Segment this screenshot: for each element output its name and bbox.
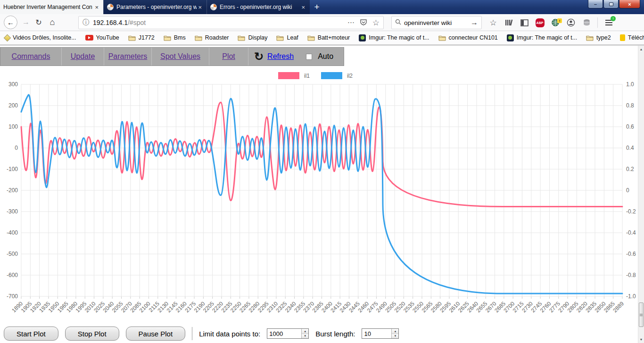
limit-spinner[interactable]: ▲▼	[301, 329, 308, 338]
chart-canvas: 1890190519201935195019651980199520102025…	[0, 69, 637, 324]
scroll-down-icon[interactable]: ▼	[638, 336, 644, 343]
g-yellow-icon	[620, 34, 625, 41]
search-bar[interactable]: →	[391, 16, 482, 29]
menu-cell: Parameters	[104, 48, 152, 65]
bookmark-item[interactable]: type2	[586, 34, 611, 41]
bookmark-label: Imgur: The magic of t...	[517, 34, 577, 41]
bookmark-item[interactable]: Leaf	[276, 34, 298, 41]
account-icon[interactable]	[566, 18, 576, 27]
svg-text:0.2: 0.2	[626, 166, 634, 172]
stop-plot-button[interactable]: Stop Plot	[65, 327, 119, 341]
burst-input[interactable]	[362, 329, 391, 338]
bookmark-item[interactable]: YouTube	[85, 34, 119, 41]
menu-link-parameters[interactable]: Parameters	[108, 52, 148, 61]
bookmark-label: type2	[596, 34, 611, 41]
search-go-icon[interactable]: →	[471, 18, 478, 27]
bookmark-item[interactable]: Télécharger HiGH SiD...	[620, 34, 644, 41]
pocket-icon[interactable]	[360, 19, 367, 27]
tab-close-icon[interactable]: ×	[93, 4, 100, 11]
scroll-up-icon[interactable]: ▲	[638, 46, 644, 53]
scrollbar-thumb[interactable]	[639, 302, 644, 327]
search-icon	[395, 18, 401, 27]
menu-icon[interactable]: ↑	[604, 18, 613, 27]
close-button[interactable]: ×	[619, 0, 640, 8]
menu-link-commands[interactable]: Commands	[12, 52, 50, 61]
svg-text:100: 100	[8, 123, 18, 130]
imgur-icon	[507, 34, 514, 41]
bookmark-label: connecteur CN101	[449, 34, 498, 41]
search-input[interactable]	[404, 19, 468, 26]
svg-text:-700: -700	[7, 293, 18, 300]
bookmark-label: Display	[248, 34, 267, 41]
folder-icon	[276, 35, 284, 41]
site-info-icon[interactable]: ⓘ	[83, 18, 89, 27]
limit-input[interactable]	[267, 329, 301, 338]
svg-text:-400: -400	[7, 229, 18, 236]
bookmark-item[interactable]: Imgur: The magic of t...	[359, 34, 429, 41]
folder-icon	[128, 35, 136, 41]
browser-tab[interactable]: Huebner Inverter Management Con×	[0, 0, 103, 14]
tab-close-icon[interactable]: ×	[197, 4, 203, 11]
svg-text:200: 200	[8, 102, 18, 109]
bookmark-item[interactable]: Display	[238, 34, 267, 41]
menu-link-spot-values[interactable]: Spot Values	[160, 52, 200, 61]
forward-button[interactable]: →	[21, 18, 31, 26]
reload-button[interactable]: ↻	[34, 18, 43, 27]
cache-icon[interactable]	[582, 18, 591, 27]
auto-checkbox[interactable]	[306, 54, 312, 60]
bookmark-item[interactable]: Batt+moteur	[307, 34, 350, 41]
diamond-icon	[5, 35, 10, 41]
spin-up-icon[interactable]: ▲	[302, 329, 308, 334]
folder-icon	[586, 35, 594, 41]
adblock-icon[interactable]: ABP	[535, 18, 545, 27]
url-path: /#spot	[128, 19, 146, 26]
vertical-scrollbar[interactable]: ▲ ▼	[638, 46, 644, 343]
bookmark-item[interactable]: Imgur: The magic of t...	[507, 34, 577, 41]
library-icon[interactable]	[504, 18, 513, 27]
menu-link-plot[interactable]: Plot	[222, 52, 235, 61]
burst-spinner[interactable]: ▲▼	[391, 329, 398, 338]
tab-title: Parameters - openinverter.org w	[116, 4, 197, 10]
bookmark-star-icon[interactable]: ☆	[488, 18, 498, 27]
new-tab-button[interactable]: +	[310, 0, 324, 14]
page-content: CommandsUpdateParametersSpot ValuesPlot↻…	[0, 45, 644, 343]
home-button[interactable]: ⌂	[47, 17, 58, 27]
menu-cell: Spot Values	[152, 48, 209, 65]
spin-down-icon[interactable]: ▼	[302, 334, 308, 339]
pause-plot-button[interactable]: Pause Plot	[126, 327, 186, 341]
globe-alert-icon[interactable]: !	[551, 18, 560, 27]
back-button[interactable]: ←	[4, 16, 17, 29]
bookmark-item[interactable]: Bms	[164, 34, 186, 41]
bookmark-item[interactable]: J1772	[128, 34, 155, 41]
svg-text:0.6: 0.6	[626, 123, 634, 130]
folder-icon	[438, 35, 446, 41]
svg-text:300: 300	[8, 81, 18, 88]
bookmark-label: Roadster	[205, 34, 229, 41]
url-bar[interactable]: ⓘ 192.168.4.1 /#spot ⋯ ☆	[78, 16, 384, 29]
page-actions-icon[interactable]: ⋯	[347, 18, 355, 27]
menu-link-update[interactable]: Update	[71, 52, 95, 61]
bookmark-label: J1772	[139, 34, 155, 41]
bookmark-label: Batt+moteur	[318, 34, 350, 41]
tab-close-icon[interactable]: ×	[300, 4, 306, 11]
sidebar-icon[interactable]	[520, 18, 529, 27]
restore-button[interactable]	[603, 0, 619, 8]
browser-tab[interactable]: Errors - openinverter.org wiki×	[206, 0, 310, 14]
bookmark-item[interactable]: connecteur CN101	[438, 34, 498, 41]
refresh-link[interactable]: Refresh	[267, 52, 294, 61]
refresh-cell: ↻RefreshAuto	[248, 48, 344, 65]
tab-strip: Huebner Inverter Management Con×Paramete…	[0, 0, 324, 14]
svg-text:0: 0	[626, 187, 629, 194]
start-plot-button[interactable]: Start Plot	[4, 327, 58, 341]
browser-tab[interactable]: Parameters - openinverter.org w×	[103, 0, 206, 14]
spin-up-icon[interactable]: ▲	[392, 329, 398, 334]
bookmark-item[interactable]: Vidéos Drôles, Insolite...	[5, 34, 76, 41]
minimize-button[interactable]: –	[588, 0, 603, 8]
menu-cell: Update	[62, 48, 104, 65]
bookmark-star-icon[interactable]: ☆	[372, 18, 380, 28]
bookmark-item[interactable]: Roadster	[195, 34, 229, 41]
imgur-icon	[359, 34, 366, 41]
svg-text:-0.2: -0.2	[626, 208, 636, 215]
spin-down-icon[interactable]: ▼	[392, 334, 398, 339]
refresh-icon[interactable]: ↻	[254, 51, 264, 62]
